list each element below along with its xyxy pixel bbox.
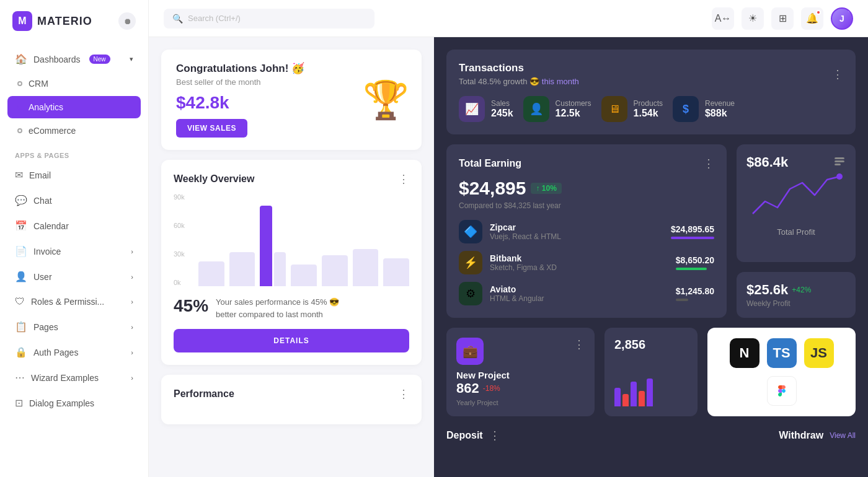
sidebar-item-auth[interactable]: 🔒 Auth Pages › xyxy=(7,340,141,364)
tech-figma-icon xyxy=(767,376,797,406)
grid-button[interactable]: ⊞ xyxy=(771,7,794,30)
transactions-card: Transactions Total 48.5% growth 😎 this m… xyxy=(446,50,856,134)
view-all-link[interactable]: View All xyxy=(830,431,856,440)
tx-top: Transactions Total 48.5% growth 😎 this m… xyxy=(459,62,843,86)
bitbank-bar xyxy=(676,268,707,270)
pages-icon: 📋 xyxy=(15,321,27,333)
mini-bars xyxy=(614,375,688,406)
sidebar-item-invoice[interactable]: 📄 Invoice › xyxy=(7,239,141,263)
view-sales-button[interactable]: VIEW SALES xyxy=(176,119,247,138)
tech-js-icon: JS xyxy=(804,338,834,368)
earning-menu-icon[interactable]: ⋮ xyxy=(703,157,714,170)
logo-icon: M xyxy=(12,11,32,31)
y-label-60k: 60k xyxy=(174,222,185,229)
weekly-menu-icon[interactable]: ⋮ xyxy=(398,172,409,186)
bar-1 xyxy=(198,261,224,286)
congrats-content: Congratulations John! 🥳 Best seller of t… xyxy=(176,62,304,138)
bar-group-6 xyxy=(353,249,379,286)
mini-bar-2 xyxy=(622,394,629,406)
total-profit-card: $86.4k Total Profit xyxy=(737,144,856,262)
trophy-icon: 🏆 xyxy=(363,78,409,122)
customers-label: Customers xyxy=(556,99,591,108)
search-bar[interactable]: 🔍 Search (Ctrl+/) xyxy=(164,9,374,28)
sidebar-item-user[interactable]: 👤 User › xyxy=(7,265,141,289)
svg-rect-1 xyxy=(835,160,844,162)
home-icon: 🏠 xyxy=(15,53,27,65)
main-content: 🔍 Search (Ctrl+/) A↔ ☀ ⊞ 🔔 J xyxy=(149,0,868,477)
sidebar-item-calendar[interactable]: 📅 Calendar xyxy=(7,214,141,238)
products-icon: 🖥 xyxy=(601,96,627,122)
aviato-sub: HTML & Angular xyxy=(490,294,544,303)
bar-4 xyxy=(291,265,317,286)
sidebar-item-crm[interactable]: CRM xyxy=(7,72,141,95)
revenue-icon: $ xyxy=(673,96,699,122)
tx-item-bitbank: ⚡ Bitbank Sketch, Figma & XD $8,650.20 xyxy=(459,251,714,274)
tx-item-zipcar: 🔷 Zipcar Vuejs, React & HTML $24,895.65 xyxy=(459,220,714,243)
user-icon: 👤 xyxy=(15,271,27,282)
weekly-profit-badge: +42% xyxy=(792,286,811,294)
project-menu-icon[interactable]: ⋮ xyxy=(574,338,585,351)
calendar-icon: 📅 xyxy=(15,220,27,232)
stat-revenue: $ Revenue $88k xyxy=(673,96,735,122)
deposit-title: Deposit xyxy=(446,430,483,441)
chevron-right-icon-6: › xyxy=(131,374,133,382)
zipcar-icon: 🔷 xyxy=(459,220,482,243)
avatar[interactable]: J xyxy=(831,7,853,30)
tech-ts-icon: TS xyxy=(767,338,797,368)
profit-value: $86.4k xyxy=(746,154,788,170)
bell-button[interactable]: 🔔 xyxy=(801,7,823,30)
sidebar-item-chat[interactable]: 💬 Chat xyxy=(7,188,141,212)
congrats-subtitle: Best seller of the month xyxy=(176,77,304,87)
transactions-menu-icon[interactable]: ⋮ xyxy=(832,68,843,81)
congrats-title: Congratulations John! 🥳 xyxy=(176,62,304,75)
sales-label: Sales xyxy=(491,99,513,108)
tech-next-icon: N xyxy=(730,338,760,368)
details-button[interactable]: DETAILS xyxy=(174,329,409,352)
earning-title: Total Earning xyxy=(459,158,521,169)
stats-row: 📈 Sales 245k 👤 Customers xyxy=(459,96,843,122)
app-name: MATERIO xyxy=(37,15,92,28)
performance-menu-icon[interactable]: ⋮ xyxy=(398,387,409,401)
translate-button[interactable]: A↔ xyxy=(712,7,734,30)
sidebar-item-email[interactable]: ✉ Email xyxy=(7,163,141,187)
middle-row: Total Earning ⋮ $24,895 ↑ 10% Compared t… xyxy=(446,144,856,318)
tx-item-aviato: ⚙ Aviato HTML & Angular $1,245.80 xyxy=(459,282,714,305)
sidebar-item-pages[interactable]: 📋 Pages › xyxy=(7,315,141,339)
sidebar-item-dashboards[interactable]: 🏠 Dashboards New ▾ xyxy=(7,47,141,71)
sidebar-item-ecommerce[interactable]: eCommerce xyxy=(7,120,141,142)
notification-badge xyxy=(816,10,821,15)
sidebar-item-roles[interactable]: 🛡 Roles & Permissi... › xyxy=(7,290,141,313)
zipcar-bar xyxy=(671,237,714,239)
congrats-amount: $42.8k xyxy=(176,93,304,113)
sidebar-item-analytics[interactable]: Analytics xyxy=(7,96,141,118)
zipcar-name: Zipcar xyxy=(490,222,561,232)
bar-group-3 xyxy=(260,206,286,286)
weekly-overview-card: Weekly Overview ⋮ 90k 60k 30k 0k xyxy=(161,160,422,365)
brightness-button[interactable]: ☀ xyxy=(742,7,764,30)
sidebar-item-wizard[interactable]: ⋯ Wizard Examples › xyxy=(7,365,141,390)
products-value: 1.54k xyxy=(634,108,663,119)
record-button[interactable]: ⏺ xyxy=(118,12,136,30)
transactions-title: Transactions xyxy=(459,62,579,74)
panel-right: Transactions Total 48.5% growth 😎 this m… xyxy=(434,37,868,477)
stat-products: 🖥 Products 1.54k xyxy=(601,96,663,122)
panel-left: Congratulations John! 🥳 Best seller of t… xyxy=(149,37,434,477)
sidebar-item-dialog[interactable]: ⊡ Dialog Examples xyxy=(7,391,141,415)
profit-menu-icon[interactable] xyxy=(833,155,846,170)
dashboard: Congratulations John! 🥳 Best seller of t… xyxy=(149,37,868,477)
chevron-right-icon-3: › xyxy=(131,298,133,305)
weekly-description: Your sales performance is 45% 😎better co… xyxy=(216,296,339,320)
customers-icon: 👤 xyxy=(523,96,549,122)
right-stat-value: 2,856 xyxy=(614,338,645,352)
deposit-menu-icon[interactable]: ⋮ xyxy=(489,429,500,442)
bitbank-sub: Sketch, Figma & XD xyxy=(490,263,557,272)
y-label-0k: 0k xyxy=(174,279,185,286)
revenue-value: $88k xyxy=(705,108,735,119)
products-label: Products xyxy=(634,99,663,108)
bar-3 xyxy=(260,206,272,286)
revenue-label: Revenue xyxy=(705,99,735,108)
shield-icon: 🛡 xyxy=(15,296,25,307)
logo-area: M MATERIO ⏺ xyxy=(0,0,148,42)
mini-bars-card: 2,856 xyxy=(604,328,698,416)
project-value: 862 xyxy=(456,380,479,396)
